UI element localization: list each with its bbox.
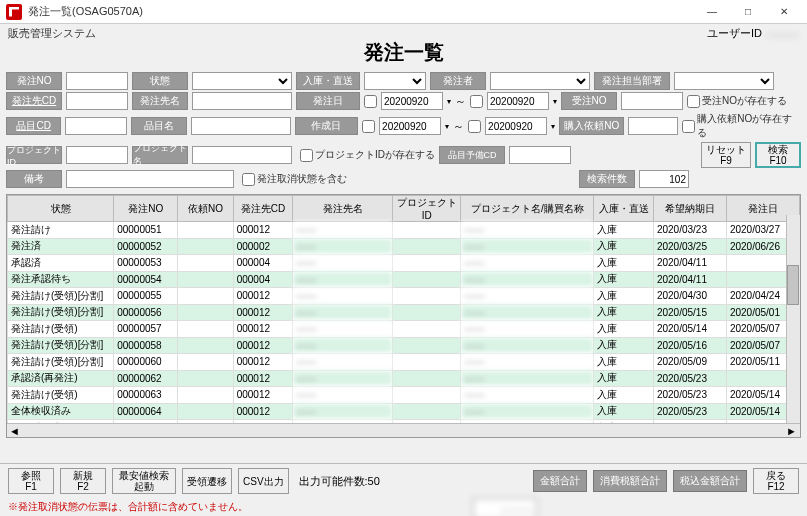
vertical-scrollbar[interactable] — [786, 215, 800, 437]
column-header[interactable]: 状態 — [8, 196, 114, 222]
receive-transfer-button[interactable]: 受領遷移 — [182, 468, 232, 494]
link-vendor-cd[interactable]: 発注先CD — [6, 92, 62, 110]
label-status: 状態 — [132, 72, 188, 90]
table-row[interactable]: 発注請け00000051000012————入庫2020/03/232020/0… — [8, 222, 800, 239]
table-cell: 000012 — [233, 304, 293, 321]
table-row[interactable]: 承認済00000053000004————入庫2020/04/11 — [8, 255, 800, 272]
input-item-name[interactable] — [191, 117, 291, 135]
label-sales-no: 受注NO — [561, 92, 617, 110]
column-header[interactable]: プロジェクトID — [392, 196, 461, 222]
input-memo[interactable] — [66, 170, 234, 188]
horizontal-scrollbar[interactable]: ◄ ► — [7, 423, 800, 437]
column-header[interactable]: 依頼NO — [178, 196, 233, 222]
link-item-cd[interactable]: 品目CD — [6, 117, 61, 135]
table-cell: —— — [293, 370, 393, 387]
csv-export-button[interactable]: CSV出力 — [238, 468, 289, 494]
table-row[interactable]: 承認済(再発注)00000062000012————入庫2020/05/23 — [8, 370, 800, 387]
window-minimize-button[interactable]: ― — [695, 2, 729, 22]
check-order-date-from[interactable] — [364, 95, 377, 108]
table-cell: —— — [293, 238, 393, 255]
table-row[interactable]: 発注請け(受領)[分割]00000060000012————入庫2020/05/… — [8, 354, 800, 371]
scroll-right-icon[interactable]: ► — [786, 425, 798, 437]
scroll-handle[interactable] — [787, 265, 799, 305]
column-header[interactable]: 発注先名 — [293, 196, 393, 222]
check-has-sales-no[interactable] — [687, 95, 700, 108]
table-cell — [392, 370, 461, 387]
scroll-left-icon[interactable]: ◄ — [9, 425, 21, 437]
table-row[interactable]: 発注請け(受領)[分割]00000055000012————入庫2020/04/… — [8, 288, 800, 305]
label-create-date: 作成日 — [295, 117, 358, 135]
input-vendor-name[interactable] — [192, 92, 292, 110]
footer-note: ※発注取消状態の伝票は、合計額に含めていません。 — [8, 500, 248, 514]
input-order-date-from[interactable] — [381, 92, 443, 110]
table-cell: —— — [461, 370, 594, 387]
back-button[interactable]: 戻るF12 — [753, 468, 799, 494]
column-header[interactable]: 発注NO — [114, 196, 178, 222]
table-row[interactable]: 発注済00000052000002————入庫2020/03/252020/06… — [8, 238, 800, 255]
lowest-price-button[interactable]: 最安値検索起動 — [112, 468, 176, 494]
input-req-no[interactable] — [628, 117, 678, 135]
table-cell: 発注請け(受領) — [8, 387, 114, 404]
table-cell: 入庫 — [594, 255, 654, 272]
input-item-budget-cd[interactable] — [509, 146, 571, 164]
input-create-date-from[interactable] — [379, 117, 441, 135]
label-include-cancel: 発注取消状態を含む — [257, 172, 347, 186]
input-sales-no[interactable] — [621, 92, 683, 110]
window-titlebar: 発注一覧(OSAG0570A) ― □ ✕ — [0, 0, 807, 24]
select-status[interactable] — [192, 72, 292, 90]
reference-button[interactable]: 参照F1 — [8, 468, 54, 494]
check-order-date-to[interactable] — [470, 95, 483, 108]
input-order-no[interactable] — [66, 72, 128, 90]
new-button[interactable]: 新規F2 — [60, 468, 106, 494]
check-create-date-from[interactable] — [362, 120, 375, 133]
table-cell: —— — [461, 387, 594, 404]
table-cell — [392, 271, 461, 288]
table-cell — [178, 222, 233, 239]
check-include-cancel[interactable] — [242, 173, 255, 186]
select-inout[interactable] — [364, 72, 426, 90]
table-row[interactable]: 発注請け(受領)00000057000012————入庫2020/05/1420… — [8, 321, 800, 338]
reset-button[interactable]: リセットF9 — [701, 142, 751, 168]
column-header[interactable]: 希望納期日 — [653, 196, 726, 222]
results-grid[interactable]: 状態発注NO依頼NO発注先CD発注先名プロジェクトIDプロジェクト名/購買名称入… — [6, 194, 801, 438]
window-maximize-button[interactable]: □ — [731, 2, 765, 22]
label-inout: 入庫・直送 — [296, 72, 360, 90]
tilde-2: ～ — [453, 119, 464, 134]
footer-toolbar: 参照F1 新規F2 最安値検索起動 受領遷移 CSV出力 出力可能件数:50 金… — [0, 463, 807, 498]
input-project-id[interactable] — [66, 146, 128, 164]
table-cell — [392, 238, 461, 255]
input-project-name[interactable] — [192, 146, 292, 164]
table-cell: 入庫 — [594, 304, 654, 321]
column-header[interactable]: 入庫・直送 — [594, 196, 654, 222]
column-header[interactable]: 発注先CD — [233, 196, 293, 222]
select-dept[interactable] — [674, 72, 774, 90]
input-create-date-to[interactable] — [485, 117, 547, 135]
table-cell: 発注請け(受領)[分割] — [8, 337, 114, 354]
table-cell: 2020/05/16 — [653, 337, 726, 354]
table-cell: 2020/05/23 — [653, 403, 726, 420]
check-has-project-id[interactable] — [300, 149, 313, 162]
table-cell: 000012 — [233, 354, 293, 371]
table-row[interactable]: 発注請け(受領)00000063000012————入庫2020/05/2320… — [8, 387, 800, 404]
table-row[interactable]: 全体検収済み00000064000012————入庫2020/05/232020… — [8, 403, 800, 420]
table-cell: 発注請け — [8, 222, 114, 239]
table-cell: —— — [461, 222, 594, 239]
input-order-date-to[interactable] — [487, 92, 549, 110]
table-cell — [392, 222, 461, 239]
input-vendor-cd[interactable] — [66, 92, 128, 110]
label-sum-amount: 金額合計 — [533, 470, 587, 492]
select-orderer[interactable] — [490, 72, 590, 90]
page-title: 発注一覧 — [0, 39, 807, 66]
table-cell: 全体検収済み — [8, 403, 114, 420]
table-row[interactable]: 発注請け(受領)[分割]00000056000012————入庫2020/05/… — [8, 304, 800, 321]
table-cell — [178, 354, 233, 371]
table-row[interactable]: 発注承認待ち00000054000004————入庫2020/04/11 — [8, 271, 800, 288]
window-close-button[interactable]: ✕ — [767, 2, 801, 22]
check-create-date-to[interactable] — [468, 120, 481, 133]
table-cell: —— — [461, 354, 594, 371]
search-button[interactable]: 検索F10 — [755, 142, 801, 168]
table-row[interactable]: 発注請け(受領)[分割]00000058000012————入庫2020/05/… — [8, 337, 800, 354]
check-has-req-no[interactable] — [682, 120, 695, 133]
column-header[interactable]: プロジェクト名/購買名称 — [461, 196, 594, 222]
input-item-cd[interactable] — [65, 117, 127, 135]
